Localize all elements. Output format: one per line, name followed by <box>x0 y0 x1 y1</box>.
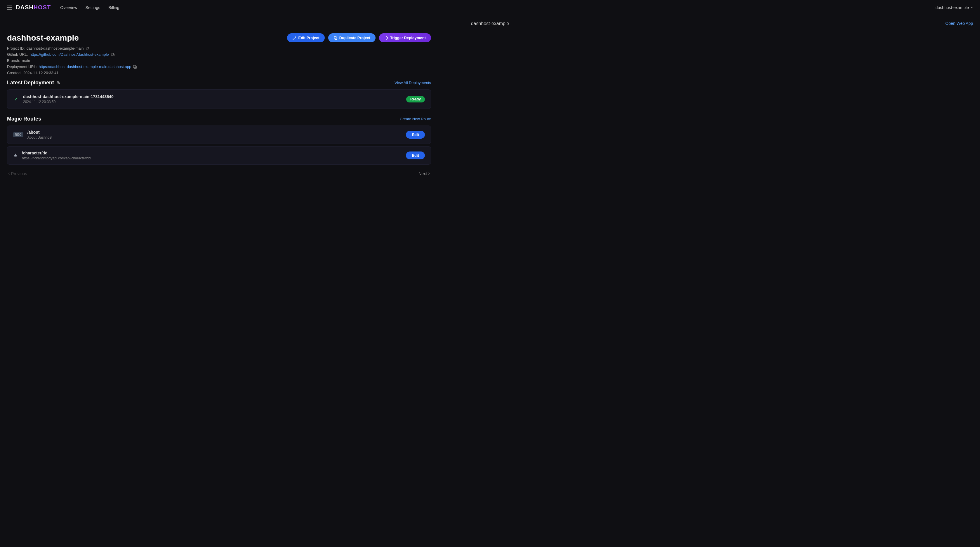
trigger-icon <box>384 36 388 40</box>
nav-link-billing[interactable]: Billing <box>108 4 119 11</box>
latest-deployment-section: Latest Deployment ↻ View All Deployments… <box>7 80 431 109</box>
hamburger-menu[interactable] <box>7 6 12 10</box>
copy-github-icon[interactable] <box>111 52 115 57</box>
latest-deployment-header: Latest Deployment ↻ View All Deployments <box>7 80 431 86</box>
trigger-deployment-button[interactable]: Trigger Deployment <box>379 33 431 42</box>
branch-row: Branch: main <box>7 58 137 63</box>
route-info-character: /character/:id https://rickandmortyapi.c… <box>22 151 91 160</box>
created-label: Created: <box>7 71 22 75</box>
navbar: DASHHOST Overview Settings Billing dashh… <box>0 0 980 15</box>
copy-id-icon[interactable] <box>86 46 90 51</box>
latest-deployment-title: Latest Deployment ↻ <box>7 80 61 86</box>
project-id-label: Project ID: <box>7 46 25 51</box>
nav-links: Overview Settings Billing <box>60 4 119 11</box>
next-label: Next <box>418 171 427 176</box>
route-left-about: REC /about About Dashhost <box>13 130 52 140</box>
edit-project-button[interactable]: Edit Project <box>287 33 325 42</box>
project-meta: Project ID: dashhost-dashhost-example-ma… <box>7 46 137 75</box>
logo-dash: DASH <box>16 4 33 11</box>
check-icon: ✓ <box>13 96 19 102</box>
next-button[interactable]: Next <box>418 170 430 177</box>
deployment-name: dashhost-dashhost-example-main-173144364… <box>23 94 114 99</box>
svg-rect-2 <box>112 54 114 56</box>
edit-route-character-button[interactable]: Edit <box>406 151 425 159</box>
route-info-about: /about About Dashhost <box>27 130 52 140</box>
project-title: dashhost-example <box>7 33 137 43</box>
deployment-details: dashhost-dashhost-example-main-173144364… <box>23 94 114 104</box>
github-url-label: Github URL: <box>7 52 28 57</box>
refresh-icon[interactable]: ↻ <box>56 81 61 85</box>
svg-rect-0 <box>87 48 89 50</box>
logo-host: HOST <box>33 4 51 11</box>
page-title: dashhost-example <box>471 21 509 26</box>
magic-routes-title: Magic Routes <box>7 116 41 122</box>
nav-link-settings[interactable]: Settings <box>86 4 100 11</box>
project-selector-label: dashhost-example <box>935 5 969 10</box>
svg-rect-7 <box>334 36 336 38</box>
svg-rect-3 <box>111 53 113 55</box>
deployment-url-row: Deployment URL: https://dashhost-dashhos… <box>7 65 137 69</box>
svg-rect-4 <box>134 66 137 68</box>
project-id-row: Project ID: dashhost-dashhost-example-ma… <box>7 46 137 51</box>
route-path-about: /about <box>27 130 52 135</box>
nav-link-overview[interactable]: Overview <box>60 4 77 11</box>
status-badge: Ready <box>406 96 425 102</box>
chevron-down-icon <box>970 7 973 8</box>
chevron-left-icon <box>8 170 10 177</box>
magic-routes-header: Magic Routes Create New Route <box>7 116 431 122</box>
svg-rect-5 <box>134 65 136 67</box>
deployment-left: ✓ dashhost-dashhost-example-main-1731443… <box>13 94 114 104</box>
deployment-url-label: Deployment URL: <box>7 65 37 69</box>
route-desc-character: https://rickandmortyapi.com/api/characte… <box>22 156 91 160</box>
main-content: dashhost-example Project ID: dashhost-da… <box>0 29 438 199</box>
deployment-time: 2024-11-12 20:33:59 <box>23 100 114 104</box>
magic-routes-section: Magic Routes Create New Route REC /about… <box>7 116 431 180</box>
project-selector-container[interactable]: dashhost-example <box>935 5 973 10</box>
page-header: dashhost-example Open Web App <box>0 15 980 29</box>
pagination: Previous Next <box>7 167 431 180</box>
view-all-deployments-link[interactable]: View All Deployments <box>395 81 431 85</box>
action-buttons: Edit Project Duplicate Project Trigger D… <box>287 33 431 42</box>
project-id-value: dashhost-dashhost-example-main <box>27 46 84 51</box>
duplicate-project-button[interactable]: Duplicate Project <box>328 33 375 42</box>
edit-route-about-button[interactable]: Edit <box>406 131 425 138</box>
duplicate-icon <box>334 36 337 40</box>
svg-rect-1 <box>86 47 88 49</box>
open-web-app-link[interactable]: Open Web App <box>945 21 973 26</box>
project-header: dashhost-example Project ID: dashhost-da… <box>7 33 431 75</box>
create-new-route-link[interactable]: Create New Route <box>400 117 431 121</box>
deployment-url-link[interactable]: https://dashhost-dashhost-example-main.d… <box>39 65 131 69</box>
route-path-character: /character/:id <box>22 151 91 155</box>
previous-label: Previous <box>11 171 27 176</box>
route-desc-about: About Dashhost <box>27 135 52 140</box>
branch-label: Branch: <box>7 58 20 63</box>
github-url-link[interactable]: https://github.com/Dashhost/dashhost-exa… <box>30 52 109 57</box>
copy-deployment-url-icon[interactable] <box>133 65 137 69</box>
project-info: dashhost-example Project ID: dashhost-da… <box>7 33 137 75</box>
branch-value: main <box>22 58 30 63</box>
svg-rect-6 <box>335 37 337 40</box>
trigger-deployment-label: Trigger Deployment <box>390 36 426 40</box>
previous-button[interactable]: Previous <box>8 170 27 177</box>
duplicate-project-label: Duplicate Project <box>339 36 370 40</box>
logo: DASHHOST <box>16 4 51 11</box>
created-value: 2024-11-12 20:33:41 <box>23 71 59 75</box>
route-item-character: ★ /character/:id https://rickandmortyapi… <box>7 146 431 165</box>
rec-icon: REC <box>13 132 23 137</box>
edit-project-label: Edit Project <box>298 36 319 40</box>
deployment-card: ✓ dashhost-dashhost-example-main-1731443… <box>7 89 431 109</box>
github-url-row: Github URL: https://github.com/Dashhost/… <box>7 52 137 57</box>
route-item-about: REC /about About Dashhost Edit <box>7 126 431 144</box>
route-left-character: ★ /character/:id https://rickandmortyapi… <box>13 151 91 160</box>
chevron-right-icon <box>428 170 430 177</box>
created-row: Created: 2024-11-12 20:33:41 <box>7 71 137 75</box>
pencil-icon <box>292 36 296 40</box>
star-icon: ★ <box>13 153 18 159</box>
